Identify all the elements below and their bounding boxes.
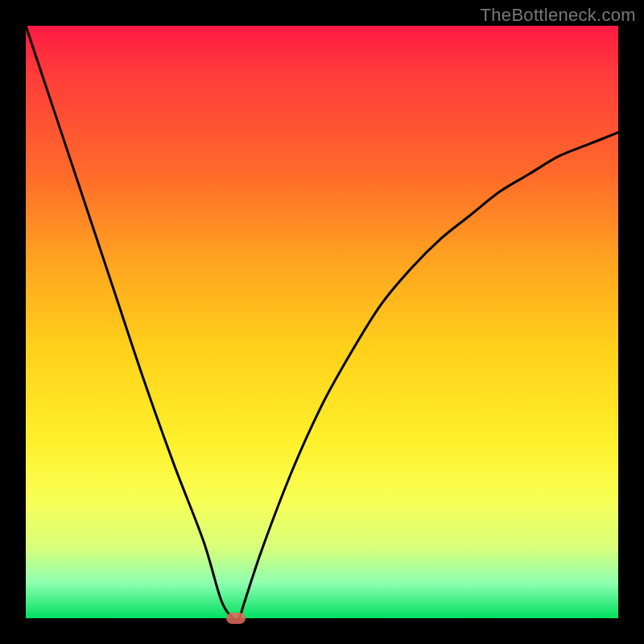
chart-plot-area [26,26,618,618]
optimal-point-marker [226,613,246,624]
watermark-text: TheBottleneck.com [481,5,636,26]
bottleneck-curve [26,26,618,618]
